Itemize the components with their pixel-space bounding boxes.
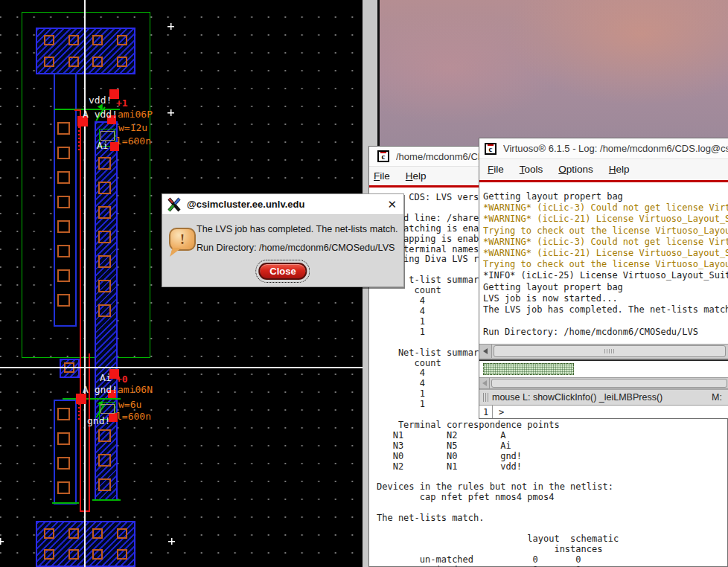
axis-vertical: [84, 0, 86, 567]
window-titlebar[interactable]: c Virtuoso® 6.1.5 - Log: /home/mcdonm6/C…: [479, 138, 728, 159]
active-edge-line: [92, 499, 121, 501]
log-line: *INFO* (icLic-25) License Virtuoso_Layou…: [483, 270, 728, 281]
contact-via: [98, 454, 111, 467]
selected-edge-dashed: [78, 126, 80, 152]
pin-count-label: +0: [116, 374, 128, 385]
accent-separator: [479, 180, 728, 182]
net-label-gnd: gnd!: [87, 415, 110, 426]
contact-column: [98, 429, 111, 503]
log-line: *WARNING* (icLic-21) License Virtuoso_La…: [483, 214, 728, 225]
log-line: Trying to check out the license Virtuoso…: [483, 259, 728, 270]
active-edge-line: [52, 502, 79, 504]
cadence-app-icon: c: [485, 143, 496, 155]
contact-via: [117, 35, 127, 45]
scroll-left-button[interactable]: [479, 345, 492, 358]
scroll-left-button[interactable]: [479, 378, 490, 388]
pmos-source-metal: [54, 73, 77, 327]
net-label-ai-bottom: Ai: [100, 372, 112, 383]
log-line: Trying to check out the license Virtuoso…: [483, 225, 728, 237]
log-line: [483, 315, 728, 327]
contact-via: [68, 35, 79, 45]
menubar: File Tools Options Help: [479, 159, 728, 179]
menu-file[interactable]: File: [374, 170, 390, 182]
log-line: Getting layout propert bag: [483, 282, 728, 293]
dialog-titlebar[interactable]: @csimcluster.ee.unlv.edu ✕: [162, 194, 403, 215]
contact-via: [57, 196, 70, 208]
contact-via: [44, 528, 54, 539]
menu-help[interactable]: Help: [406, 170, 427, 182]
pin-count-label: +1: [116, 97, 128, 109]
contact-via: [57, 147, 70, 159]
grid-cross-marker: [0, 538, 4, 545]
contact-column: [98, 157, 111, 329]
contact-via: [117, 528, 127, 539]
contact-via: [92, 57, 103, 67]
dialog-message-line2: Run Directory: /home/mcdonm6/CMOSedu/LVS: [197, 243, 395, 253]
menu-options[interactable]: Options: [558, 164, 593, 175]
dialog-close-icon[interactable]: ✕: [387, 199, 397, 210]
output-metal-strip: [95, 121, 118, 501]
contact-via: [57, 457, 70, 470]
prompt-line-number: 1: [479, 406, 493, 418]
length-label-nmos: l=600n: [116, 411, 151, 422]
contact-via: [117, 57, 127, 67]
menu-tools[interactable]: Tools: [520, 164, 543, 175]
menu-file[interactable]: File: [488, 164, 504, 175]
log-output: Getting layout propert bag*WARNING* (icL…: [483, 191, 728, 338]
window-title: /home/mcdonm6/CM: [396, 151, 486, 162]
contact-via: [57, 171, 70, 184]
contact-via: [92, 549, 103, 560]
grid-cross-marker: [167, 109, 174, 116]
contact-via: [57, 245, 70, 257]
contact-grid: [37, 522, 134, 566]
width-label-nmos: w=6u: [118, 399, 141, 410]
log-line: *WARNING* (icLic-3) Could not get licens…: [483, 237, 728, 248]
close-button[interactable]: Close: [258, 263, 307, 280]
contact-via: [98, 478, 111, 491]
command-input-field[interactable]: [483, 363, 574, 375]
net-label-ai-top: Ai: [97, 140, 109, 151]
contact-via: [44, 35, 54, 45]
contact-via: [98, 182, 111, 194]
device-label-ami06n: ami06N: [118, 384, 153, 395]
modifier-binding-text: M:: [712, 392, 722, 403]
terminal-label-a-vdd: A vdd!: [83, 109, 118, 120]
contact-column: [57, 408, 70, 506]
contact-via: [92, 528, 103, 539]
contact-via: [57, 122, 70, 135]
via-square: [60, 359, 80, 378]
contact-via: [98, 280, 111, 292]
mouse-binding-text: mouse L: showClickInfo() _leiLMBPress(): [492, 392, 662, 403]
left-arrow-icon: [482, 380, 487, 386]
contact-via: [44, 57, 54, 67]
log-line: *WARNING* (icLic-21) License Virtuoso_La…: [483, 248, 728, 259]
contact-column: [57, 122, 70, 318]
prompt-symbol: >: [499, 407, 504, 417]
contact-via: [98, 429, 111, 442]
contact-via: [57, 408, 70, 420]
nmos-source-metal: [54, 400, 77, 504]
selected-edge-dashed: [78, 403, 80, 420]
pin-marker: [76, 394, 86, 404]
log-horizontal-scrollbar[interactable]: [479, 344, 728, 359]
statusbar-grip[interactable]: [483, 393, 488, 402]
scrollbar-thumb[interactable]: [491, 379, 727, 388]
metal-contact-array-top: [36, 28, 135, 74]
contact-grid: [37, 29, 134, 73]
scrollbar-thumb[interactable]: [494, 345, 726, 357]
device-label-ami06p: ami06P: [118, 109, 153, 120]
poly-gate-line: [74, 109, 81, 111]
dialog-title: @csimcluster.ee.unlv.edu: [187, 199, 304, 210]
command-input-row[interactable]: [479, 361, 728, 377]
input-horizontal-scrollbar[interactable]: [479, 377, 728, 389]
pin-shape-outline: [100, 404, 115, 414]
contact-via: [98, 255, 111, 268]
contact-via: [117, 549, 127, 560]
contact-via: [57, 432, 70, 445]
thumb-grip: [604, 349, 615, 353]
command-prompt-row[interactable]: 1 >: [479, 405, 728, 418]
poly-gate-line: [89, 353, 90, 512]
contact-via: [57, 481, 70, 494]
window-title: Virtuoso® 6.1.5 - Log: /home/mcdonm6/CDS…: [503, 143, 728, 154]
menu-help[interactable]: Help: [609, 164, 630, 175]
